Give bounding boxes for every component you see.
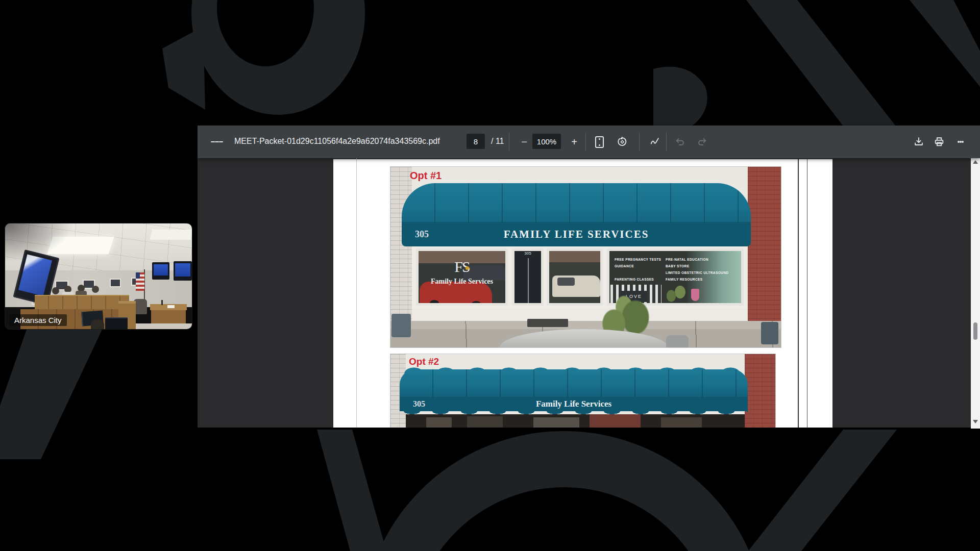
planter-pot [391, 314, 411, 337]
window-plants [664, 281, 689, 306]
fit-page-icon [595, 136, 604, 148]
page-count-label: / 11 [491, 137, 504, 146]
pink-flower-pot [691, 289, 699, 301]
storefront-glimpse [533, 417, 579, 428]
pdf-toolbar: MEET-Packet-01d29c11056f4a2e9a62074fa343… [198, 126, 980, 158]
storefront-glimpse [661, 417, 702, 428]
toolbar-divider [585, 133, 586, 151]
car-mirror-foreground [666, 335, 689, 347]
awning: 305 FAMILY LIFE SERVICES [402, 180, 751, 246]
page-right-edge [798, 158, 799, 428]
storefront-photo-option-2: Opt #2 305 Family Life Services [390, 354, 775, 428]
menu-icon[interactable] [211, 136, 223, 148]
car-wheel [430, 300, 439, 306]
pen-squiggle-icon [649, 136, 660, 147]
door-transom-number: 305 [514, 251, 541, 256]
fit-to-page-button[interactable] [593, 136, 605, 148]
red-brick-column [748, 167, 781, 347]
camera-label: Arkansas City [9, 314, 67, 326]
print-icon [934, 136, 945, 147]
service-line: BABY STORE [666, 263, 728, 269]
more-options-icon[interactable] [954, 136, 967, 148]
service-line: LIMITED OBSTETRIC ULTRASOUND [666, 269, 728, 276]
awning-address-number: 305 [415, 229, 429, 240]
print-button[interactable] [933, 136, 945, 148]
undo-button[interactable] [674, 136, 687, 148]
storefront-photo-option-1: Opt #1 305 FAMILY LIFE SERVICES FS [390, 167, 781, 347]
toolbar-divider [509, 133, 509, 151]
redo-icon [696, 136, 707, 147]
awning-canopy [400, 369, 748, 398]
minus-icon: − [521, 137, 527, 147]
awning-valance: 305 FAMILY LIFE SERVICES [402, 222, 751, 246]
meeting-video-frame: MEET-Packet-01d29c11056f4a2e9a62074fa343… [0, 0, 980, 551]
display-window-left: FS Family Life Services [416, 248, 508, 306]
rotate-button[interactable] [616, 136, 628, 148]
red-brick-column [745, 354, 775, 428]
zoom-out-button[interactable]: − [518, 136, 530, 148]
camera-vignette [5, 223, 192, 329]
doormat [527, 319, 568, 327]
page-rule [356, 158, 357, 428]
pdf-title: MEET-Packet-01d29c11056f4a2e9a62074fa343… [234, 137, 440, 146]
awning-business-name: Family Life Services [400, 399, 748, 409]
scroll-up-icon[interactable] [973, 160, 978, 164]
service-line: PRE-NATAL EDUCATION [666, 256, 728, 263]
download-button[interactable] [913, 136, 925, 148]
rotate-ccw-icon [617, 136, 628, 147]
storefront-glimpse [426, 417, 452, 428]
annotate-button[interactable] [649, 136, 661, 148]
storefront: FS Family Life Services 305 FREE [412, 246, 748, 308]
pdf-viewer-canvas[interactable]: Opt #1 305 FAMILY LIFE SERVICES FS [198, 158, 971, 428]
watermark-hook-shape [191, 0, 365, 115]
service-line: GUIDANCE [615, 263, 661, 269]
truck-window [557, 278, 575, 286]
window-services-list-left: FREE PREGNANCY TESTS GUIDANCE PARENTING … [615, 256, 661, 283]
car-wheel [472, 301, 481, 306]
window-logo-text: Family Life Services [419, 278, 505, 286]
storefront-glimpse [590, 414, 641, 428]
storefront-base [412, 308, 748, 322]
page-top-edge [333, 158, 832, 159]
storefront-glimpse [467, 416, 503, 428]
storefront-dark-band [406, 414, 745, 428]
undo-icon [675, 136, 686, 147]
awning-business-name: FAMILY LIFE SERVICES [402, 228, 751, 241]
page-number-input[interactable]: 8 [467, 134, 485, 149]
awning: 305 Family Life Services [400, 365, 748, 418]
service-line: PARENTING CLASSES [615, 276, 661, 283]
awning-address-number: 305 [413, 399, 425, 409]
scroll-down-icon[interactable] [973, 420, 978, 423]
awning-valance: 305 Family Life Services [400, 397, 748, 411]
page-rule [807, 158, 807, 428]
redo-button[interactable] [696, 136, 708, 148]
logo-gold-accent [465, 266, 469, 270]
scrollbar[interactable] [971, 157, 980, 429]
door-frame-bar [528, 258, 529, 303]
service-line: FREE PREGNANCY TESTS [615, 256, 661, 263]
scrollbar-thumb[interactable] [973, 322, 977, 340]
zoom-level-input[interactable]: 100% [532, 134, 561, 149]
toolbar-divider [666, 133, 667, 151]
entry-door: 305 [512, 248, 544, 306]
camera-thumbnail[interactable]: Arkansas City [5, 223, 192, 329]
planter-pot [761, 322, 778, 344]
toolbar-divider [639, 133, 640, 151]
zoom-in-button[interactable]: + [568, 136, 580, 148]
plus-icon: + [571, 137, 577, 147]
fls-logo-monogram: FS [419, 258, 505, 276]
window-services-list-right: PRE-NATAL EDUCATION BABY STORE LIMITED O… [666, 256, 728, 283]
download-icon [913, 136, 924, 147]
